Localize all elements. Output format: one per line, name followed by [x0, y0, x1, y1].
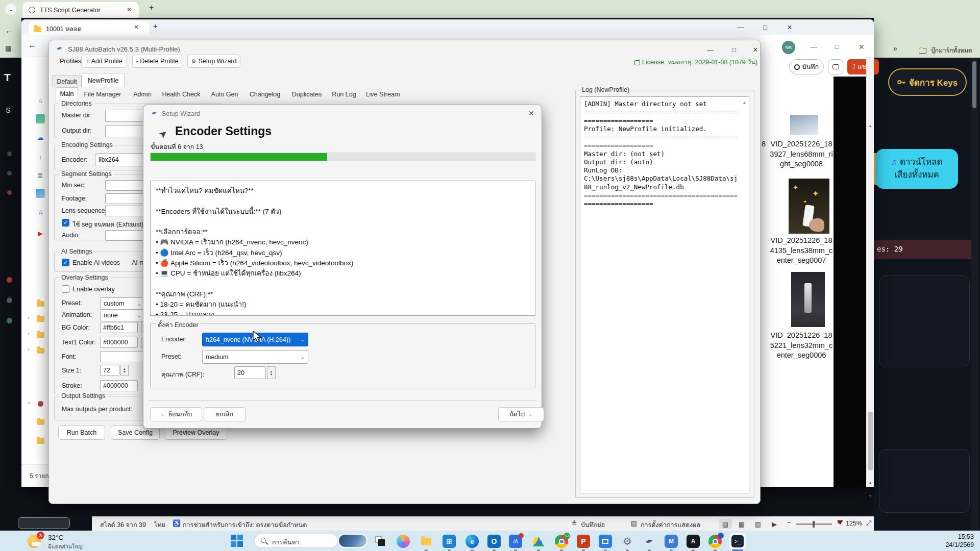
size1-stepper[interactable]: ▲▼ — [120, 365, 129, 376]
widgets-pill[interactable] — [338, 534, 368, 548]
tab-search-chevron[interactable]: ⌄ — [5, 4, 16, 15]
tab-file-manager[interactable]: File Manager — [78, 88, 127, 100]
log-scroll-up-icon[interactable]: ▲ — [742, 100, 747, 105]
share-button[interactable]: ⤴ แชร์ ▾ — [847, 59, 879, 74]
wizard-cancel-button[interactable]: ยกเลิก — [204, 407, 246, 421]
wizard-crf-stepper[interactable]: ▲▼ — [267, 366, 276, 379]
tab-close-icon[interactable]: ✕ — [134, 23, 139, 31]
animation-select[interactable]: none⌄ — [100, 309, 145, 321]
back-icon[interactable]: ← — [5, 26, 13, 35]
ppt-language[interactable]: ไทย — [154, 520, 165, 530]
store-icon[interactable]: ⊞ — [443, 535, 456, 548]
stroke-field[interactable]: #000000 — [100, 380, 138, 391]
bookmarks-overflow-chevrons[interactable]: » — [893, 44, 897, 53]
wizard-crf-field[interactable]: 20 — [234, 366, 266, 379]
add-profile-button[interactable]: + Add Profile — [81, 55, 127, 68]
wizard-next-button[interactable]: ถัดไป → — [498, 407, 544, 421]
zoom-slider-track[interactable] — [796, 523, 832, 525]
zoom-level[interactable]: 125% — [846, 520, 862, 527]
task-view-icon[interactable] — [374, 535, 387, 548]
taskbar-clock[interactable]: 15:53 24/1/2569 — [919, 533, 974, 549]
ppt-notes[interactable]: บันทึกย่อ — [581, 520, 605, 530]
tab-main[interactable]: Main — [56, 87, 78, 100]
google-drive-icon[interactable] — [532, 535, 545, 548]
chrome-icon[interactable]: SJ — [555, 535, 568, 548]
delete-profile-button[interactable]: - Delete Profile — [132, 55, 182, 68]
zoom-fit-icon[interactable]: ⤢ — [866, 519, 871, 527]
run-batch-button[interactable]: Run Batch — [58, 425, 105, 440]
weather-widget[interactable]: 3 32°C มีแดดส่วนใหญ่ — [26, 531, 128, 551]
view-slideshow-icon[interactable]: ▶ — [768, 519, 781, 529]
gallery-icon[interactable] — [36, 114, 45, 123]
view-sorter-icon[interactable]: ▦ — [735, 519, 748, 529]
folder-icon[interactable] — [36, 330, 45, 339]
documents-icon[interactable]: ≣ — [36, 170, 45, 180]
downloads-icon[interactable]: ↓ — [36, 152, 45, 161]
view-reading-icon[interactable]: ▥ — [751, 519, 765, 529]
download-all-audio-button[interactable]: ♫ ดาวน์โหลด เสียงทั้งหมด — [875, 149, 958, 189]
minimize-icon[interactable]: — — [732, 21, 749, 33]
maximize-icon[interactable]: □ — [725, 43, 743, 56]
profile-tab-newprofile[interactable]: NewProfile — [82, 73, 125, 87]
exhaust-checkbox[interactable]: ✓ — [62, 219, 69, 227]
chrome2-icon[interactable] — [708, 535, 722, 548]
tab-auto-gen[interactable]: Auto Gen — [206, 88, 243, 100]
scroll-down-icon[interactable]: ▼ — [868, 494, 872, 498]
apps-grid-icon[interactable]: ▦ — [5, 44, 11, 52]
explorer-tab[interactable]: 10001 หลอด ✕ — [29, 21, 149, 35]
pinned-icon[interactable] — [36, 399, 45, 408]
onedrive-icon[interactable]: ☁ — [36, 133, 45, 142]
close-icon[interactable]: ✕ — [747, 43, 764, 56]
text1-color-field[interactable]: #000000 — [100, 337, 138, 348]
scroll-up-icon[interactable]: ▲ — [868, 481, 872, 485]
close-icon[interactable]: ✕ — [528, 109, 534, 117]
terminal-icon[interactable]: >_ — [729, 533, 746, 549]
tab-changelog[interactable]: Changelog — [244, 88, 285, 100]
minimize-icon[interactable]: — — [702, 43, 719, 56]
view-normal-icon[interactable]: ▤ — [719, 519, 732, 529]
folder-icon[interactable] — [36, 417, 45, 427]
profile-tab-default[interactable]: Default — [52, 75, 82, 87]
zoom-slider-knob[interactable] — [813, 521, 815, 528]
bookmarks-all-label[interactable]: บุ๊กมาร์กทั้งหมด — [931, 45, 972, 55]
chevron-right-icon[interactable]: › — [28, 314, 30, 320]
explorer-scrollbar[interactable]: ▲ ▲ ▼ — [866, 57, 874, 487]
video-filename[interactable]: VID_20251226_183927_lens68mm_right_seg00… — [769, 139, 834, 169]
wizard-back-button[interactable]: ← ย้อนกลับ — [150, 407, 202, 421]
preset-select[interactable]: custom⌄ — [100, 297, 145, 310]
chevron-right-icon[interactable]: › — [28, 330, 30, 336]
maximize-icon[interactable]: □ — [835, 43, 839, 51]
ppt-accessibility[interactable]: การช่วยสำหรับการเข้าถึง: ตรงตามข้อกำหนด — [183, 520, 307, 530]
folder-icon[interactable] — [36, 299, 45, 308]
close-icon[interactable]: ✕ — [781, 21, 798, 33]
powerpoint-icon[interactable]: P — [577, 535, 590, 548]
music-icon[interactable]: ♫ — [36, 207, 45, 216]
comment-button[interactable] — [828, 59, 843, 74]
maximize-icon[interactable]: □ — [756, 21, 774, 33]
tab-duplicates[interactable]: Duplicates — [286, 88, 327, 100]
enable-overlay-checkbox[interactable] — [62, 285, 69, 293]
brow­ser-tab[interactable]: TTS Script Generator ✕ — [22, 2, 139, 18]
minimize-icon[interactable]: — — [811, 43, 817, 51]
tts-scrollbar[interactable] — [971, 58, 978, 551]
scroll-up-icon[interactable]: ▲ — [868, 123, 872, 128]
avatar[interactable]: NR — [782, 41, 795, 54]
video-filename[interactable]: VID_20251226_184135_lens38mm_center_seg0… — [769, 236, 834, 266]
tab-live-stream[interactable]: Live Stream — [361, 88, 405, 100]
explorer-new-tab-button[interactable]: + — [153, 21, 158, 30]
bg-color-field[interactable]: #ffb6c1 — [100, 322, 138, 333]
folder-icon[interactable] — [36, 436, 45, 445]
file-explorer-icon[interactable] — [420, 535, 433, 548]
video-thumbnail-partial[interactable] — [790, 115, 818, 135]
folder-icon[interactable] — [36, 346, 45, 355]
wizard-info-box[interactable]: **ทำไวแค่ไหน? คมชัดแค่ไหน?** **Encoders … — [150, 181, 535, 316]
record-save-button[interactable]: บันทึก — [789, 59, 824, 74]
tab-close-icon[interactable]: ✕ — [127, 6, 132, 13]
folder-icon[interactable] — [36, 314, 45, 323]
copilot-icon[interactable] — [397, 535, 410, 548]
home-icon[interactable]: ⌂ — [36, 96, 45, 105]
tab-run-log[interactable]: Run Log — [328, 88, 360, 100]
size1-field[interactable]: 72 — [100, 365, 119, 376]
scrollbar-thumb[interactable] — [868, 412, 873, 470]
edge-icon[interactable]: e — [465, 535, 479, 548]
